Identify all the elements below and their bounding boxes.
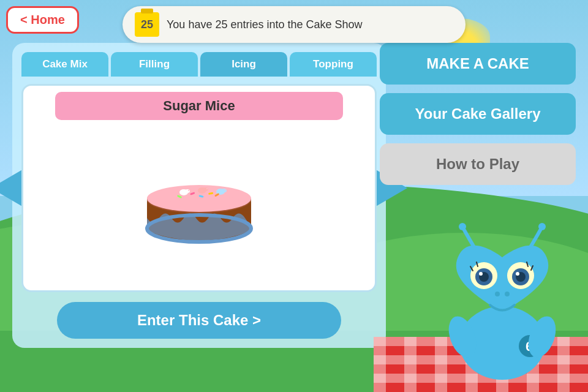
entries-banner: 25 You have 25 entries into the Cake Sho… xyxy=(123,6,466,43)
svg-point-46 xyxy=(505,292,510,296)
cake-name: Sugar Mice xyxy=(55,92,344,120)
make-cake-button[interactable]: MAKE A CAKE xyxy=(380,43,576,85)
tab-cake-mix[interactable]: Cake Mix xyxy=(21,52,108,77)
cake-image xyxy=(126,126,273,261)
svg-point-9 xyxy=(203,187,208,191)
cake-svg xyxy=(132,132,266,255)
enter-cake-button[interactable]: Enter This Cake > xyxy=(57,302,341,339)
entries-icon: 25 xyxy=(135,12,159,37)
svg-point-32 xyxy=(538,223,546,230)
right-panel: MAKE A CAKE Your Cake Gallery How to Pla… xyxy=(380,43,576,185)
svg-rect-24 xyxy=(404,337,417,392)
tab-topping[interactable]: Topping xyxy=(290,52,377,77)
svg-point-7 xyxy=(188,190,189,191)
cake-display-wrapper: Sugar Mice xyxy=(21,84,377,292)
tab-filling[interactable]: Filling xyxy=(111,52,198,77)
svg-rect-23 xyxy=(374,337,386,392)
tab-icing[interactable]: Icing xyxy=(200,52,287,77)
entries-text: You have 25 entries into the Cake Show xyxy=(167,18,363,31)
entries-count: 25 xyxy=(141,18,153,31)
monster-character: 6 xyxy=(435,221,570,392)
svg-point-36 xyxy=(479,272,483,276)
svg-point-45 xyxy=(495,292,500,296)
svg-point-31 xyxy=(459,223,466,230)
svg-point-13 xyxy=(225,189,226,190)
cake-area: Sugar Mice xyxy=(21,84,377,292)
cake-gallery-button[interactable]: Your Cake Gallery xyxy=(380,93,576,135)
main-panel: Cake Mix Filling Icing Topping Sugar Mic… xyxy=(12,43,386,348)
enter-btn-wrapper: Enter This Cake > xyxy=(21,292,377,339)
svg-point-10 xyxy=(206,188,208,189)
svg-point-42 xyxy=(516,272,519,276)
tabs-container: Cake Mix Filling Icing Topping xyxy=(21,52,377,77)
svg-point-12 xyxy=(222,189,227,192)
home-button[interactable]: < Home xyxy=(6,6,79,34)
how-to-play-button[interactable]: How to Play xyxy=(380,143,576,185)
svg-point-6 xyxy=(185,189,190,193)
